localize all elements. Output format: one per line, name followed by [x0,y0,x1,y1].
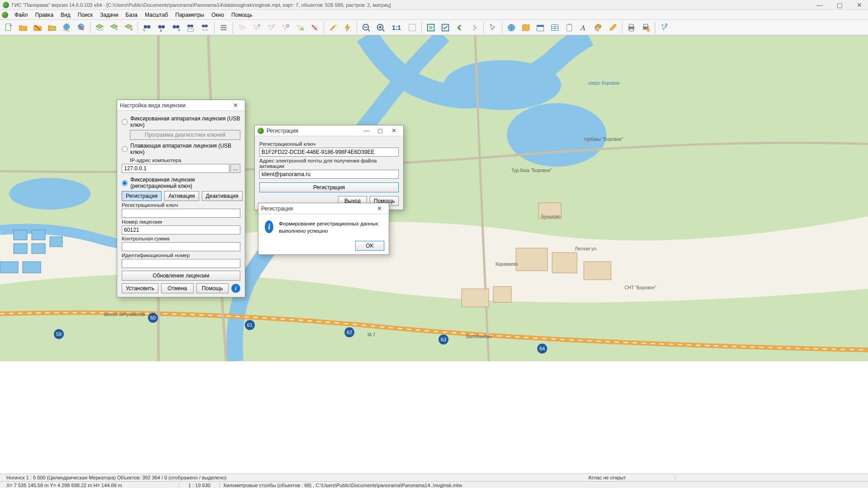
table-tool-icon[interactable] [548,21,562,34]
layer-remove-icon[interactable]: × [122,21,135,34]
svg-point-66 [507,103,606,167]
extent-check-icon[interactable] [439,21,452,34]
dialog-license-settings: Настройка вида лицензии ✕ Фиксированная … [117,100,245,297]
print-settings-icon[interactable] [639,21,653,34]
svg-rect-75 [14,230,27,240]
svg-text:60: 60 [150,315,156,321]
diag-keys-button[interactable]: Программа диагностики ключей [130,130,240,140]
close-button[interactable]: ✕ [854,1,865,9]
pencil-tool-icon[interactable] [606,21,620,34]
regkey-input[interactable] [259,148,399,157]
open-folder-icon[interactable] [16,21,30,34]
binoculars-dots-icon[interactable] [198,21,212,34]
maximize-icon[interactable]: ▢ [373,127,387,134]
install-button[interactable]: Установить [122,283,158,293]
licnum-input[interactable] [122,225,240,234]
palette-tool-icon[interactable] [591,21,605,34]
status-objects: Ногинск 1 : 5 000 (Цилиндрическая Меркат… [3,475,585,480]
menu-edit[interactable]: Правка [32,11,57,19]
globe-close-icon[interactable] [74,21,88,34]
radio-fixed-hw[interactable]: Фиксированная аппаратная лицензия (USB к… [122,115,240,129]
menu-view[interactable]: Вид [57,11,74,19]
globe-tool-icon[interactable] [505,21,518,34]
svg-rect-43 [429,26,432,29]
binoculars-list-icon[interactable] [184,21,197,34]
layers-icon[interactable] [93,21,106,34]
dialog-message: Регистрация ✕ i Формирование регистрацио… [258,203,389,255]
select-poly-icon[interactable] [235,21,249,34]
map-tool-icon[interactable] [519,21,533,34]
svg-point-29 [286,24,289,27]
menu-window[interactable]: Окно [208,11,228,19]
idnum-input[interactable] [122,259,240,268]
calendar-tool-icon[interactable] [534,21,547,34]
app-icon [3,2,9,8]
open-osm-icon[interactable] [45,21,59,34]
ip-browse-button[interactable]: … [230,164,240,173]
list-icon[interactable] [217,21,230,34]
minimize-icon[interactable]: — [360,127,373,134]
menu-file[interactable]: Файл [11,11,32,19]
radio-fixed-reg[interactable]: Фиксированная лицензия (регистрационный … [122,176,240,190]
menu-options[interactable]: Параметры [172,11,208,19]
forward-icon[interactable] [467,21,481,34]
bolt-icon[interactable] [341,21,354,34]
menu-search[interactable]: Поиск [74,11,96,19]
wand-icon[interactable] [326,21,340,34]
menu-help[interactable]: Помощь [228,11,256,19]
minimize-button[interactable]: — [814,1,825,9]
do-register-button[interactable]: Регистрация [259,182,399,192]
svg-rect-18 [188,29,194,31]
dialog-app-icon [258,128,264,134]
email-input[interactable] [259,170,399,179]
extent-all-icon[interactable] [424,21,438,34]
svg-point-22 [205,29,205,30]
activation-button[interactable]: Активация [164,191,199,201]
cancel-button[interactable]: Отмена [161,283,194,293]
status-coords: X= 7 535 145.58 m Y= 4 288 698.22 m H= 1… [3,483,179,488]
svg-text:61: 61 [247,322,253,328]
zoom-out-icon[interactable] [359,21,373,34]
select-clear-icon[interactable] [308,21,321,34]
text-tool-icon[interactable]: A [577,21,591,34]
binoculars-text-icon[interactable]: a [155,21,168,34]
binoculars-next-icon[interactable] [169,21,183,34]
radio-float-hw[interactable]: Плавающая аппаратная лицензия (USB ключ) [122,142,240,156]
binoculars-prev-icon[interactable] [140,21,154,34]
zoom-rect-icon[interactable] [405,21,419,34]
ok-button[interactable]: OK [355,241,384,251]
info-icon[interactable]: i [231,284,240,293]
select-add-icon[interactable]: + [250,21,263,34]
cursor-icon[interactable] [486,21,500,34]
regkey-input[interactable] [122,209,240,218]
zoom-in-icon[interactable] [374,21,387,34]
svg-line-40 [382,29,385,31]
maximize-button[interactable]: ▢ [834,1,845,9]
checksum-input[interactable] [122,242,240,251]
scale-1to1-icon[interactable]: 1:1 [388,21,405,34]
clipboard-tool-icon[interactable] [563,21,576,34]
close-icon[interactable]: ✕ [229,102,242,109]
deactivation-button[interactable]: Деактивация [202,191,243,201]
close-icon[interactable]: ✕ [372,205,386,212]
close-folder-icon[interactable] [31,21,44,34]
select-remove-icon[interactable]: − [264,21,278,34]
menu-base[interactable]: База [122,11,141,19]
print-icon[interactable] [625,21,638,34]
globe-open-icon[interactable] [60,21,73,34]
menu-tasks[interactable]: Задачи [96,11,122,19]
registration-button[interactable]: Регистрация [122,191,162,201]
select-search-icon[interactable] [279,21,292,34]
menu-scale[interactable]: Масштаб [141,11,172,19]
layer-add-icon[interactable]: + [107,21,121,34]
dialog-registration: Регистрация — ▢ ✕ Регистрационный ключ А… [254,125,404,210]
help-button[interactable]: Помощь [196,283,229,293]
select-layer-icon[interactable] [293,21,307,34]
map-label: Балобаново [466,334,492,339]
update-license-button[interactable]: Обновление лицензии [122,271,240,281]
new-doc-icon[interactable]: + [2,21,15,34]
help-cursor-icon[interactable]: ? [658,21,671,34]
back-icon[interactable] [453,21,467,34]
close-icon[interactable]: ✕ [387,127,401,134]
ip-input[interactable] [122,164,229,173]
